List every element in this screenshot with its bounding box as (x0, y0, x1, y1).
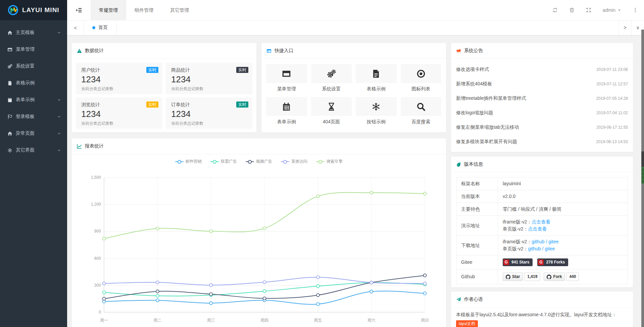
chevron-down-icon (57, 31, 61, 35)
svg-text:周一: 周一 (100, 318, 108, 323)
sidebar-menu: 主页模板菜单管理系统设置表格示例表单示例登录模板异常页面其它界面 (0, 20, 67, 159)
legend-item[interactable]: 视频广告 (246, 159, 272, 164)
card-title: 作者心语 (464, 296, 483, 302)
chart-line-icon (77, 144, 82, 149)
gitee-badge[interactable]: G941 Stars (503, 258, 533, 266)
stat-box: 商品统计1234当前分类总记录数实时 (166, 63, 252, 94)
version-info-card: 版本信息 框架名称layuimini当前版本v2.0.0主要特色零门槛 / 响应… (451, 157, 633, 287)
link-点击查看[interactable]: 点击查看 (528, 226, 547, 232)
main-content: 数据统计 用户统计1234当前分类总记录数实时商品统计1234当前分类总记录数实… (67, 35, 641, 327)
stat-caption: 当前分类总记录数 (171, 86, 247, 92)
link-prefix: 单页版-v2： (503, 226, 528, 232)
github-fork-count[interactable]: 440 (566, 273, 579, 281)
svg-text:周六: 周六 (367, 318, 376, 323)
quick-entry-button-examples[interactable]: 按钮示例 (356, 97, 397, 125)
page-scrollbar[interactable] (641, 30, 644, 327)
announcement-row: 修复左侧菜单缩放tab无法移动2019-06-17 11:55 (451, 120, 633, 134)
sidebar-item-label: 表单示例 (16, 97, 57, 103)
link-github[interactable]: github (528, 246, 541, 251)
link-github[interactable]: github (532, 239, 544, 244)
tabs-scroll-left-button[interactable]: < (67, 20, 84, 35)
sidebar-item-system-settings[interactable]: 系统设置 (0, 58, 67, 75)
page-tabbar: < 首页 > ∨ (67, 20, 644, 35)
sidebar-item-error-pages[interactable]: 异常页面 (0, 125, 67, 142)
legend-item[interactable]: 直接访问 (281, 159, 307, 164)
sidebar-toggle-button[interactable] (67, 0, 91, 20)
scrollbar-progress-stripes (641, 167, 644, 184)
quick-entry-label: 系统设置 (311, 86, 352, 92)
announcement-date: 2019-06-13 14:53 (596, 139, 628, 144)
quick-entry-system-settings[interactable]: 系统设置 (311, 64, 352, 92)
scrollbar-thumb[interactable] (641, 151, 644, 184)
dotcircle-icon (416, 69, 426, 78)
legend-item[interactable]: 联盟广告 (210, 159, 237, 164)
gitee-badge[interactable]: G278 Forks (537, 258, 568, 266)
svg-text:周三: 周三 (207, 318, 215, 323)
realtime-badge: 实时 (146, 101, 158, 108)
fullscreen-icon[interactable] (586, 7, 591, 13)
quick-entry-form-examples[interactable]: 表单示例 (266, 97, 307, 125)
announcement-title: 修改选项卡样式 (456, 67, 489, 73)
top-tab-other-management[interactable]: 其它管理 (162, 0, 197, 20)
version-value: v2.0.0 (503, 194, 515, 199)
gears-icon (7, 64, 12, 69)
announcement-row: 修复多模块菜单栏展开有问题2019-06-13 14:53 (451, 134, 633, 149)
link-gitee[interactable]: gitee (545, 246, 555, 251)
legend-item[interactable]: 搜索引擎 (316, 159, 343, 164)
sidebar-item-other-pages[interactable]: 其它界面 (0, 142, 67, 159)
more-options-icon[interactable] (633, 7, 638, 13)
window-icon (282, 69, 291, 78)
quick-entry-baidu-search[interactable]: 百度搜索 (401, 97, 442, 125)
refresh-icon[interactable] (552, 7, 558, 13)
file-icon (7, 81, 12, 86)
announcement-row: 修改logo缩放问题2019-07-04 11:02 (451, 106, 633, 120)
version-label: Github (456, 270, 498, 284)
tab-home[interactable]: 首页 (84, 20, 117, 35)
app-logo[interactable]: LAYUI MINI (0, 0, 67, 20)
sidebar-item-menu-management[interactable]: 菜单管理 (0, 41, 67, 58)
quick-entry-table-examples[interactable]: 表格示例 (356, 64, 397, 92)
tabs-scroll-right-button[interactable]: > (618, 20, 631, 35)
version-row: GiteeG941 StarsG278 Forks (456, 255, 628, 270)
hourglass-icon (327, 102, 336, 111)
stat-value: 1234 (81, 74, 157, 85)
svg-text:周日: 周日 (421, 318, 429, 323)
top-tab-regular-management[interactable]: 常规管理 (91, 0, 126, 20)
quick-entry-icon-list[interactable]: 图标列表 (401, 64, 442, 92)
user-name: admin (603, 7, 615, 13)
svg-text:周二: 周二 (153, 318, 161, 323)
link-prefix: iframe版-v2： (503, 239, 532, 244)
stat-box: 订单统计1234当前分类总记录数实时 (166, 97, 252, 129)
sidebar-item-label: 其它界面 (16, 147, 57, 153)
github-star-count[interactable]: 1,419 (524, 273, 540, 281)
link-gitee[interactable]: gitee (548, 239, 558, 244)
sidebar-item-table-examples[interactable]: 表格示例 (0, 75, 67, 91)
top-tab-component-management[interactable]: 组件管理 (126, 0, 162, 20)
sidebar-item-form-examples[interactable]: 表单示例 (0, 91, 67, 108)
layui-doc-badge[interactable]: layui文档 (456, 320, 478, 327)
sidebar-item-home-templates[interactable]: 主页模板 (0, 24, 67, 41)
announcement-title: 新增treetable插件和菜单管理样式 (456, 95, 526, 101)
snowflake-icon (7, 148, 12, 153)
report-statistics-card: 03006009001,2001,500周一周二周三周四周五周六周日 报表统计 … (72, 138, 446, 327)
announcement-row: 新增treetable插件和菜单管理样式2019-07-05 14:28 (451, 91, 633, 106)
quick-entry-page-404[interactable]: 404页面 (311, 97, 352, 125)
announcement-title: 新增系统404模板 (456, 81, 492, 87)
caret-down-icon (617, 8, 621, 12)
user-menu[interactable]: admin (603, 7, 621, 13)
stat-label: 商品统计 (171, 67, 247, 73)
clear-cache-icon[interactable] (569, 7, 575, 13)
announcement-title: 修改logo缩放问题 (456, 110, 493, 116)
link-点击查看[interactable]: 点击查看 (532, 219, 550, 224)
announcement-date: 2019-07-04 11:02 (596, 111, 628, 115)
version-value: layuimini (503, 181, 521, 186)
file-icon (371, 69, 381, 78)
github-fork-button[interactable]: Fork (544, 273, 565, 281)
legend-item[interactable]: 邮件营销 (175, 159, 202, 164)
stat-label: 浏览统计 (81, 102, 157, 108)
github-star-button[interactable]: Star (503, 273, 523, 281)
quick-entry-label: 按钮示例 (356, 119, 397, 125)
quick-entry-menu-management[interactable]: 菜单管理 (266, 64, 307, 92)
sidebar-item-login-templates[interactable]: 登录模板 (0, 108, 67, 125)
stat-label: 用户统计 (81, 67, 157, 73)
